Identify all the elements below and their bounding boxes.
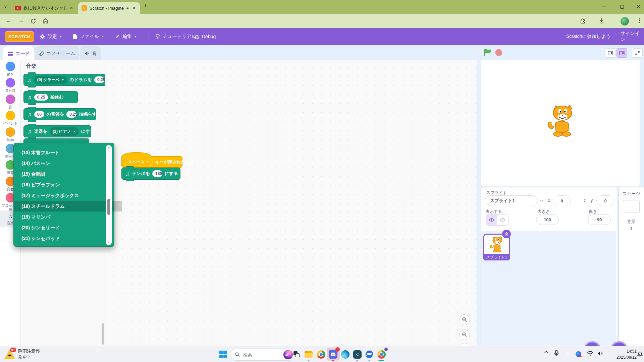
tab-code[interactable]: コード xyxy=(3,46,34,60)
palette-scrollbar[interactable] xyxy=(102,323,104,345)
menu-edit[interactable]: 編集 ▼ xyxy=(111,28,140,45)
direction-value-input[interactable]: 90 xyxy=(588,214,611,225)
category-control[interactable]: 制御 xyxy=(0,127,21,142)
tray-expand-chevron[interactable] xyxy=(544,351,549,354)
home-button[interactable] xyxy=(42,18,49,24)
beats-input[interactable]: 0.25 xyxy=(66,111,76,118)
download-icon[interactable] xyxy=(598,18,605,24)
close-tab-icon[interactable]: ✕ xyxy=(69,6,74,10)
dropdown-item[interactable]: (13) 木管フルート xyxy=(14,147,105,158)
category-sound[interactable]: 音 xyxy=(0,95,21,109)
hide-sprite-button[interactable] xyxy=(497,214,508,226)
file-explorer-icon[interactable] xyxy=(304,350,313,359)
profile-avatar[interactable] xyxy=(621,17,629,25)
dropdown-item[interactable]: (17) ミュージックボックス xyxy=(14,190,105,201)
tab-costumes[interactable]: コスチューム xyxy=(35,46,79,60)
browser-tab-youtube[interactable]: 夜に聴きたいオシャレギター - YouTu ✕ xyxy=(11,2,77,14)
category-motion[interactable]: 動き xyxy=(0,62,21,76)
tab-sounds[interactable]: 音 xyxy=(80,46,101,60)
dropdown-item-selected[interactable]: (18) スチールドラム xyxy=(14,201,122,212)
blue-sphere-app-icon[interactable] xyxy=(365,350,374,359)
task-view-button[interactable] xyxy=(292,350,301,359)
window-minimize-button[interactable]: ─ xyxy=(602,4,605,9)
delete-sprite-button[interactable] xyxy=(502,230,511,238)
x-value-input[interactable]: 0 xyxy=(553,195,571,206)
show-sprite-button[interactable] xyxy=(486,214,497,226)
dropdown-item[interactable]: (14) バスーン xyxy=(14,158,105,169)
normal-stage-button[interactable] xyxy=(616,48,627,58)
window-maximize-button[interactable] xyxy=(620,5,624,9)
instrument-dropdown[interactable]: (1) ピアノ ▼ xyxy=(50,127,79,136)
drum-dropdown[interactable]: (9) クラーベ ▼ xyxy=(34,76,67,84)
new-tab-button[interactable]: + xyxy=(144,3,147,10)
reload-button[interactable] xyxy=(30,18,36,24)
close-tab-icon[interactable]: ✕ xyxy=(132,6,137,10)
tab-search-icon[interactable]: ∨ xyxy=(4,4,7,9)
dropdown-scrollbar[interactable]: ▲ ▼ xyxy=(106,145,112,245)
script-workspace[interactable]: スペース ▼ キーが押されたとき ♫ テンポを 180 にする xyxy=(105,60,477,346)
sprite-name-input[interactable] xyxy=(486,195,538,206)
back-button[interactable]: ← xyxy=(5,17,11,24)
scratch-cat-sprite[interactable] xyxy=(547,105,576,138)
edge-icon[interactable] xyxy=(341,350,350,359)
dropdown-item[interactable]: (21) シンセパッド xyxy=(14,233,105,244)
zoom-out-button[interactable] xyxy=(459,329,470,340)
sign-in-link[interactable]: サインイン xyxy=(617,28,644,45)
teal-app-icon[interactable]: < xyxy=(353,350,362,359)
dropdown-item[interactable]: (20) シンセリード xyxy=(14,222,105,233)
weather-title[interactable]: 降雨注意報 xyxy=(18,348,40,354)
note-input[interactable]: 60 xyxy=(34,111,44,118)
chrome-icon[interactable] xyxy=(317,350,325,359)
scrollbar-thumb[interactable] xyxy=(107,199,110,215)
fullscreen-button[interactable] xyxy=(632,48,643,58)
menu-debug[interactable]: Debug xyxy=(191,28,219,45)
browser-tab-scratch[interactable]: S Scratch - Imagine, Program, ✕ xyxy=(78,2,140,14)
zoom-in-button[interactable] xyxy=(459,314,470,325)
tempo-input[interactable]: 180 xyxy=(152,170,162,177)
join-scratch-link[interactable]: Scratchに参加しよう xyxy=(563,28,614,45)
play-note-block[interactable]: ♫ 60 の音符を 0.25 拍鳴らす xyxy=(23,108,96,120)
notification-bell-icon[interactable]: z xyxy=(637,351,643,357)
key-dropdown[interactable]: スペース ▼ xyxy=(125,158,153,166)
x-app-tray-icon[interactable]: ✕ xyxy=(566,351,570,356)
small-stage-button[interactable] xyxy=(605,48,616,58)
backdrop-panel[interactable]: ステージ 背景 1 xyxy=(619,187,644,346)
scroll-down-icon[interactable]: ▼ xyxy=(106,241,112,244)
beats-input[interactable]: 0.25 xyxy=(34,94,48,101)
menu-settings[interactable]: 設定 ▼ xyxy=(36,28,65,45)
forward-button[interactable]: → xyxy=(18,17,24,24)
taskbar-search[interactable] xyxy=(231,349,294,361)
stop-button[interactable] xyxy=(495,49,502,56)
search-highlight-image[interactable] xyxy=(283,350,293,359)
scroll-up-icon[interactable]: ▲ xyxy=(106,146,112,149)
search-input[interactable] xyxy=(243,352,275,358)
size-value-input[interactable]: 100 xyxy=(536,214,559,225)
dropdown-item[interactable]: (19) マリンバ xyxy=(14,212,105,222)
green-flag-button[interactable] xyxy=(483,48,492,57)
menu-file[interactable]: ファイル ▼ xyxy=(69,28,107,45)
extensions-icon[interactable] xyxy=(580,18,586,24)
category-events[interactable]: イベント xyxy=(0,111,21,126)
browser-menu-icon[interactable]: ⋮ xyxy=(637,17,642,24)
beats-input[interactable]: 0.25 xyxy=(94,76,104,83)
dropdown-item[interactable]: (16) ビブラフォン xyxy=(14,179,105,190)
window-close-button[interactable]: ✕ xyxy=(637,4,640,9)
dropdown-item[interactable]: (15) 合唱団 xyxy=(14,169,105,179)
scratch-logo[interactable]: SCRATCH xyxy=(5,31,34,42)
stage-canvas[interactable] xyxy=(481,60,640,186)
microphone-icon[interactable] xyxy=(554,350,559,357)
rest-beats-block[interactable]: ♫ 0.25 拍休む xyxy=(23,91,78,103)
start-button[interactable] xyxy=(219,350,227,359)
set-instrument-block[interactable]: ♫ 楽器を (1) ピアノ ▼ にする xyxy=(23,125,91,137)
y-value-input[interactable]: 0 xyxy=(596,195,614,206)
backdrop-thumbnail[interactable] xyxy=(623,200,640,213)
chrome-profile-icon[interactable] xyxy=(377,350,386,359)
set-tempo-block[interactable]: ♫ テンポを 180 にする xyxy=(121,168,180,180)
zoom-reset-button[interactable] xyxy=(459,343,470,346)
wifi-icon[interactable] xyxy=(587,351,593,356)
play-drum-block[interactable]: ♫ (9) クラーベ ▼ のドラムを 0.25 拍鳴らす xyxy=(23,74,105,86)
category-looks[interactable]: 見た目 xyxy=(0,78,21,93)
tray-clock[interactable]: 14:51 2025/09/12 xyxy=(611,348,637,360)
tab-audio-icon[interactable] xyxy=(126,6,129,10)
volume-icon[interactable] xyxy=(597,351,603,356)
